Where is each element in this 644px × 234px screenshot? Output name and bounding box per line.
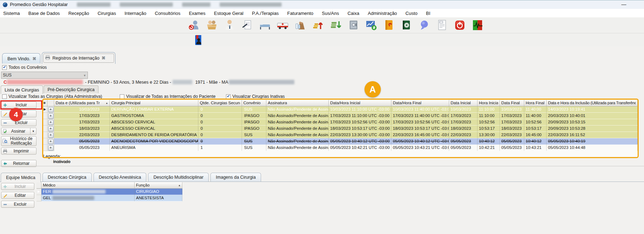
invoice-icon[interactable] [436,19,448,31]
table-row[interactable]: +05/05/2023ANEURISMA1SUSNão Assinado/Pen… [43,145,638,151]
column-header-indicator[interactable]: ∗ [43,100,47,106]
close-tab-icon[interactable]: ✖ [102,56,106,60]
sync-user-icon[interactable] [188,19,200,31]
menu-item[interactable]: BI [422,9,435,17]
column-header-hora_inicial[interactable]: Hora Inicial [478,100,500,106]
equipe-incluir-button[interactable]: Incluir [1,183,34,190]
table-row[interactable]: +17/03/2023ABSCESSO CERVICAL0IPASGONão A… [43,119,638,126]
tab-descricao-anestesica[interactable]: Descrição Anestésica [94,173,147,182]
column-header-indicator[interactable] [36,182,41,189]
menu-item[interactable]: Custo [401,9,422,17]
menu-item[interactable]: Sus/Ans [318,9,343,17]
expand-row-button[interactable]: + [48,133,53,138]
hospital-bed-icon[interactable] [259,19,271,31]
tab-lista-de-cirurgias[interactable]: Lista de Cirurgias [1,85,43,94]
menu-item[interactable]: Internação [120,9,150,17]
convenio-select[interactable]: SUS ▾ [1,72,88,79]
table-row[interactable]: +18/03/2023ABSCESSO CERVICAL0IPASGONão A… [43,126,638,132]
menu-item[interactable]: Exames [185,9,210,17]
checkbox-icon[interactable] [2,65,7,70]
column-header-data_final[interactable]: Data Final [500,100,524,106]
tab-imagens-da-cirurgia[interactable]: Imagens da Cirurgia [210,173,261,182]
cell-data_inicial: 17/03/2023 [449,119,478,126]
financial-charts-icon[interactable] [365,19,377,31]
prescription-icon[interactable] [241,19,253,31]
splitter[interactable] [0,166,644,166]
tab-bem-vindo[interactable]: Bem Vindo. ✖ [2,53,40,64]
menu-item[interactable]: Administração [363,9,401,17]
view-option-alta-administrativa[interactable]: Vizualizar Todas as Cirurgias (Alta Admi… [2,94,102,99]
checkbox-icon[interactable] [2,94,7,99]
column-header-dh_inicial[interactable]: Data/Hora Inicial [329,100,391,106]
expand-row-button[interactable]: + [48,107,53,112]
table-row[interactable]: +05/05/2023ADENOIDECTOMIA POR VIDEOENDOS… [43,138,638,145]
column-header-funcao[interactable]: Função▲ [135,182,182,189]
vital-signs-icon[interactable] [471,19,484,31]
menu-item[interactable]: Estoque Geral [210,9,248,17]
view-option-todas-internacoes[interactable]: Visualizar de Todas as Internações do Pa… [120,94,215,99]
menu-item[interactable]: Consultórios [151,9,185,17]
stock-supplies-icon[interactable] [294,19,306,31]
safe-icon[interactable] [348,19,360,31]
equipe-excluir-button[interactable]: Excluir [1,201,34,208]
tab-registros-internacao[interactable]: Registros de Internação ✖ [42,52,115,64]
doctor-icon[interactable] [224,19,236,31]
incluir-button[interactable]: Incluir [1,101,36,108]
table-row[interactable]: +17/03/2023GASTROSTOMIA0IPASGONão Assina… [43,113,638,119]
expand-row-button[interactable]: + [48,126,53,132]
table-row[interactable]: ▶+10/03/2023DERIVAÇÃO LOMBAR EXTERNA0SUS… [43,106,638,113]
assinar-dropdown-arrow[interactable]: ▼ [30,128,36,134]
column-header-expand[interactable] [47,100,54,106]
expand-row-button[interactable]: + [48,120,53,125]
menu-item[interactable]: Sistema [0,9,24,17]
ambulance-icon[interactable] [277,19,289,31]
column-header-qtde[interactable]: Qtde. Cirurgias Secund: [198,100,242,106]
column-header-assinatura[interactable]: Assinatura [266,100,329,106]
close-tab-icon[interactable]: ✖ [32,57,36,61]
column-header-data_inicial[interactable]: Data Inicial [449,100,478,106]
table-row[interactable]: GELANESTESISTA [36,195,183,201]
historico-retificacao-button[interactable]: Histórico de Retificação [1,136,36,146]
address-book-icon[interactable] [193,34,205,46]
equipe-editar-button[interactable]: Editar [1,192,34,199]
phone-directory-icon[interactable] [383,19,395,31]
menu-item[interactable]: P.A./Terapias [248,9,283,17]
expand-row-button[interactable]: + [48,145,53,151]
tab-equipe-medica[interactable]: Equipe Médica [1,173,41,182]
column-header-convenio[interactable]: Convênio [242,100,266,106]
menu-item[interactable]: Cirurgias [93,9,120,17]
todos-convenios-checkbox[interactable]: Todos os Convênios [2,65,47,70]
assinar-button[interactable]: Assinar ▼ [1,128,36,135]
patients-folder-icon[interactable] [206,19,218,31]
menu-item[interactable]: Base de Dados [24,9,64,17]
chat-icon[interactable] [418,19,430,31]
tab-pre-descricao-cirurgica[interactable]: Pré-Descrição Cirurgica [44,85,98,93]
expand-row-button[interactable]: + [48,113,53,119]
expand-row-button[interactable]: + [48,139,53,144]
power-off-icon[interactable] [454,19,466,31]
payment-down-icon[interactable] [330,19,342,31]
cell-data_inicial: 22/03/2023 [449,132,478,138]
column-header-cirurgia[interactable]: Cirurgia Principal [110,100,198,106]
minimize-button[interactable]: — [618,0,630,9]
menu-item[interactable]: Caixa [343,9,363,17]
checkbox-icon[interactable] [226,94,231,99]
column-header-medico[interactable]: Médico [41,182,135,189]
menu-item[interactable]: Recepção [64,9,94,17]
tab-descricao-cirurgica[interactable]: Descricao Cirúrgica [43,173,92,182]
tab-descricao-multidisciplinar[interactable]: Descrição Multidisciplinar [148,173,209,182]
table-row[interactable]: +22/03/2023DESBRIDAMENTO DE FERIDA OPERA… [43,132,638,138]
column-header-inclusao[interactable]: Data e Hora da Inclusão (Utilizada para … [547,100,638,106]
column-header-dh_final[interactable]: Data/Hora Final [391,100,449,106]
checkbox-icon[interactable] [120,94,124,99]
convenio-value: SUS [1,73,82,78]
revenue-up-icon[interactable] [312,19,324,31]
column-header-hora_final[interactable]: Hora Final [524,100,547,106]
imprimir-button[interactable]: Imprimir [1,147,36,155]
column-header-data[interactable]: Data e (Utilizada para Tr▲ [54,100,110,106]
cell-data_inicial: 18/03/2023 [449,126,478,132]
menu-item[interactable]: Faturamento [283,9,318,17]
table-row[interactable]: ▶FERCIRURGIAO [36,189,183,195]
manual-book-icon[interactable] [401,19,413,31]
view-option-cirurgias-inativas[interactable]: Visualizar Cirugrias Inativas [226,94,285,99]
